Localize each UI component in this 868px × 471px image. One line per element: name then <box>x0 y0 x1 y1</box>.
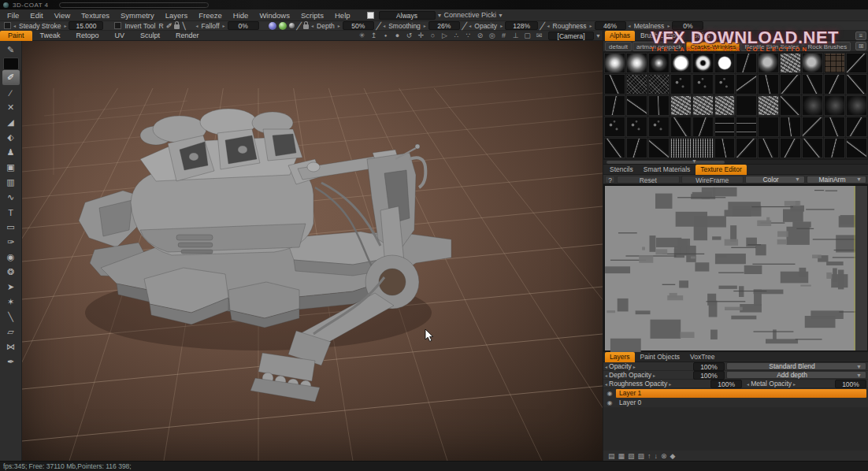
pen-pressure-icon[interactable]: ╱ <box>376 22 381 30</box>
zoom-icon[interactable]: ○ <box>428 32 437 39</box>
reset-button[interactable]: Reset <box>617 176 680 184</box>
globe-icon[interactable]: ◎ <box>488 32 496 39</box>
alpha-thumbnail-ring[interactable] <box>692 53 714 73</box>
menu-textures[interactable]: Textures <box>76 11 115 20</box>
clone-tool-icon[interactable]: ▥ <box>2 175 20 190</box>
alpha-swatch-icon[interactable] <box>3 57 19 70</box>
alpha-thumbnail-noise[interactable] <box>626 74 647 95</box>
menu-windows[interactable]: Windows <box>254 11 295 20</box>
alpha-thumbnail-crack[interactable] <box>802 138 823 158</box>
alpha-thumbnail-crack[interactable] <box>604 138 625 158</box>
pen-pressure-icon[interactable]: ╲ <box>181 22 187 30</box>
alpha-thumbnail-fade[interactable] <box>824 95 845 116</box>
alpha-thumbnail-noise2[interactable] <box>670 138 692 158</box>
menu-hide[interactable]: Hide <box>228 11 254 20</box>
camera-dropdown[interactable]: [Camera] <box>548 32 594 40</box>
new-layer-icon[interactable]: ▤ <box>608 452 615 460</box>
alpha-thumbnail-rough[interactable] <box>714 95 736 116</box>
layer-row[interactable]: ◉ Layer 1 <box>603 389 868 398</box>
depth-opacity-value[interactable]: 100% <box>693 371 725 380</box>
reset-view-icon[interactable]: ↺ <box>405 32 414 39</box>
object-dropdown[interactable]: MainArm▼ <box>807 176 866 184</box>
alpha-thumbnail-rough[interactable] <box>758 95 779 116</box>
fill-tool-icon[interactable]: ➤ <box>2 280 20 295</box>
visibility-eye-icon[interactable]: ◉ <box>603 390 616 397</box>
dots-a-icon[interactable]: ∴ <box>452 32 461 39</box>
alpha-thumbnail-branch[interactable] <box>780 95 801 116</box>
duplicate-layer-icon[interactable]: ▧ <box>628 452 635 460</box>
delete-layer-icon[interactable]: ▦ <box>618 452 625 460</box>
iron-tool-icon[interactable]: ▱ <box>2 325 20 339</box>
tab-sculpt[interactable]: Sculpt <box>132 31 168 41</box>
alpha-thumbnail-speck[interactable] <box>626 117 647 137</box>
frame-icon[interactable]: ▢ <box>523 32 532 39</box>
tab-stencils[interactable]: Stencils <box>605 165 638 175</box>
light-icon[interactable]: ✳ <box>358 32 366 39</box>
channel-dropdown[interactable]: Color▼ <box>745 176 805 184</box>
sphere-preview-small-icon[interactable] <box>289 23 295 28</box>
alpha-thumbnail-vcrack[interactable] <box>604 95 625 116</box>
preset-folder-icon[interactable]: ⊞ <box>855 42 866 50</box>
opacity-value[interactable]: 128% <box>505 21 538 30</box>
disable-icon[interactable]: ⊘ <box>476 32 484 39</box>
alpha-thumbnail-scratch[interactable] <box>648 138 670 158</box>
alpha-thumbnail-grid[interactable] <box>824 53 845 73</box>
texture-editor-view[interactable] <box>603 184 868 352</box>
alpha-thumbnail-crack[interactable] <box>626 138 647 158</box>
alpha-thumbnail-branch[interactable] <box>802 117 823 137</box>
tab-texture-editor[interactable]: Texture Editor <box>696 165 746 175</box>
tab-voxtree[interactable]: VoxTree <box>685 352 719 362</box>
alpha-thumbnail-branch[interactable] <box>758 138 779 158</box>
menu-file[interactable]: File <box>2 11 24 20</box>
wand-tool-icon[interactable]: ✶ <box>2 295 20 310</box>
tab-uv[interactable]: UV <box>107 31 133 41</box>
menu-view[interactable]: View <box>49 11 76 20</box>
alpha-thumbnail-speck[interactable] <box>670 74 692 95</box>
menu-help[interactable]: Help <box>329 11 356 20</box>
rotate-icon[interactable]: ⬩ <box>381 32 390 40</box>
alpha-thumbnail-branch[interactable] <box>824 117 845 137</box>
pen-pressure-icon[interactable]: ╱ <box>296 22 302 30</box>
lock-icon[interactable] <box>303 24 309 29</box>
text-tool-icon[interactable]: T <box>2 205 20 220</box>
symmetry-tool-icon[interactable]: ⋈ <box>2 339 20 354</box>
axis-icon[interactable]: ⊥ <box>511 32 520 39</box>
clear-layer-icon[interactable]: ⊗ <box>661 452 667 460</box>
brush-tool-icon[interactable]: ✐ <box>2 70 20 85</box>
preset-reptile-skin-scales[interactable]: Reptile Skin Scales <box>740 42 803 51</box>
visibility-eye-icon[interactable]: ◉ <box>603 399 616 406</box>
metal-opacity-value[interactable]: 100% <box>835 380 866 388</box>
layer-1[interactable]: Layer 1 <box>616 389 866 398</box>
alpha-thumbnail-crack[interactable] <box>780 138 801 158</box>
menu-layers[interactable]: Layers <box>160 11 194 20</box>
tab-tweak[interactable]: Tweak <box>32 31 69 41</box>
alpha-thumbnail-noise2[interactable] <box>692 138 714 158</box>
alpha-thumbnail-patch[interactable] <box>758 53 779 73</box>
layer-0[interactable]: Layer 0 <box>616 399 866 407</box>
alpha-thumbnail-noise[interactable] <box>648 74 670 95</box>
steady-stroke-value[interactable]: 15.000 <box>69 21 103 30</box>
alpha-thumbnail-speck[interactable] <box>714 74 736 95</box>
alpha-thumbnail-speck[interactable] <box>692 74 714 95</box>
alpha-thumbnail-disc[interactable] <box>670 53 692 73</box>
spray-tool-icon[interactable]: ⬖ <box>2 130 20 145</box>
viewport-canvas[interactable] <box>22 41 603 461</box>
layer-row[interactable]: ◉ Layer 0 <box>603 399 868 407</box>
alpha-thumbnail-crack[interactable] <box>736 74 757 95</box>
alpha-grid-scrollbar[interactable]: ▼ <box>603 159 868 165</box>
menu-scripts[interactable]: Scripts <box>295 11 329 20</box>
tab-retopo[interactable]: Retopo <box>69 31 107 41</box>
alpha-thumbnail-rough[interactable] <box>780 53 801 73</box>
sphere-preview-blue-icon[interactable] <box>269 22 276 30</box>
roughness-opacity-value[interactable]: 100% <box>710 380 742 388</box>
crossed-tool-icon[interactable]: ✕ <box>2 100 20 115</box>
alpha-thumbnail-crack[interactable] <box>736 138 757 158</box>
mail-icon[interactable]: ✉ <box>535 32 543 39</box>
alpha-thumbnail-spot[interactable] <box>648 53 670 73</box>
brush-preview-icon[interactable]: ✐ <box>165 22 172 30</box>
alpha-thumbnail-speck[interactable] <box>648 117 670 137</box>
depth-value[interactable]: 50% <box>343 21 374 30</box>
stencil-tool-icon[interactable]: ▣ <box>2 160 20 175</box>
smoothing-value[interactable]: 26% <box>428 21 460 30</box>
gear-tool-icon[interactable]: ❂ <box>2 265 20 280</box>
